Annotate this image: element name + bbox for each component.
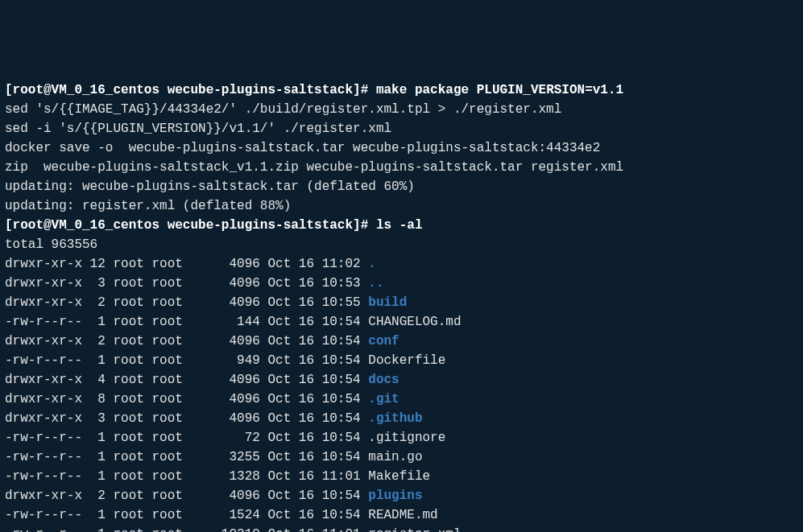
- ls-row: -rw-r--r-- 1 root root 144 Oct 16 10:54 …: [5, 312, 798, 332]
- command-ls: ls -al: [376, 218, 423, 233]
- ls-name-dir: build: [368, 295, 407, 310]
- output-line: updating: register.xml (deflated 88%): [5, 196, 798, 216]
- ls-name-dir: .: [368, 257, 376, 271]
- ls-name-dir: docs: [368, 373, 399, 387]
- ls-name-file: CHANGELOG.md: [368, 315, 461, 329]
- ls-row: -rw-r--r-- 1 root root 1524 Oct 16 10:54…: [5, 505, 798, 525]
- ls-name-dir: conf: [368, 334, 399, 348]
- ls-row: drwxr-xr-x 12 root root 4096 Oct 16 11:0…: [5, 254, 798, 274]
- ls-name-dir: ..: [368, 276, 383, 291]
- ls-name-dir: .git: [368, 392, 399, 406]
- command-make: make package PLUGIN_VERSION=v1.1: [376, 83, 623, 97]
- ls-row: -rw-r--r-- 1 root root 1328 Oct 16 11:01…: [5, 467, 798, 486]
- ls-name-file: Dockerfile: [368, 353, 445, 368]
- ls-name-file: Makefile: [368, 469, 430, 484]
- ls-row: -rw-r--r-- 1 root root 949 Oct 16 10:54 …: [5, 351, 798, 370]
- ls-name-dir: .github: [368, 411, 422, 426]
- ls-row: drwxr-xr-x 3 root root 4096 Oct 16 10:54…: [5, 409, 798, 428]
- ls-name-file: README.md: [368, 508, 437, 522]
- output-line: updating: wecube-plugins-saltstack.tar (…: [5, 177, 798, 196]
- ls-total: total 963556: [5, 235, 798, 254]
- output-line: docker save -o wecube-plugins-saltstack.…: [5, 138, 798, 158]
- ls-name-file: register.xml: [368, 527, 461, 532]
- ls-name-dir: plugins: [368, 489, 422, 503]
- ls-row: -rw-r--r-- 1 root root 3255 Oct 16 10:54…: [5, 447, 798, 467]
- ls-row: drwxr-xr-x 2 root root 4096 Oct 16 10:54…: [5, 486, 798, 505]
- shell-prompt: [root@VM_0_16_centos wecube-plugins-salt…: [5, 218, 368, 233]
- ls-row: -rw-r--r-- 1 root root 10219 Oct 16 11:0…: [5, 525, 798, 532]
- ls-row: drwxr-xr-x 4 root root 4096 Oct 16 10:54…: [5, 370, 798, 390]
- ls-row: drwxr-xr-x 2 root root 4096 Oct 16 10:54…: [5, 332, 798, 351]
- output-line: zip wecube-plugins-saltstack_v1.1.zip we…: [5, 158, 798, 177]
- ls-name-file: main.go: [368, 450, 422, 464]
- shell-prompt: [root@VM_0_16_centos wecube-plugins-salt…: [5, 83, 368, 97]
- ls-name-file: .gitignore: [368, 431, 445, 445]
- terminal-output[interactable]: [root@VM_0_16_centos wecube-plugins-salt…: [5, 80, 798, 532]
- ls-row: drwxr-xr-x 2 root root 4096 Oct 16 10:55…: [5, 293, 798, 312]
- ls-row: drwxr-xr-x 8 root root 4096 Oct 16 10:54…: [5, 390, 798, 409]
- output-line: sed -i 's/{{PLUGIN_VERSION}}/v1.1/' ./re…: [5, 119, 798, 138]
- ls-row: -rw-r--r-- 1 root root 72 Oct 16 10:54 .…: [5, 428, 798, 447]
- output-line: sed 's/{{IMAGE_TAG}}/44334e2/' ./build/r…: [5, 100, 798, 119]
- ls-row: drwxr-xr-x 3 root root 4096 Oct 16 10:53…: [5, 274, 798, 293]
